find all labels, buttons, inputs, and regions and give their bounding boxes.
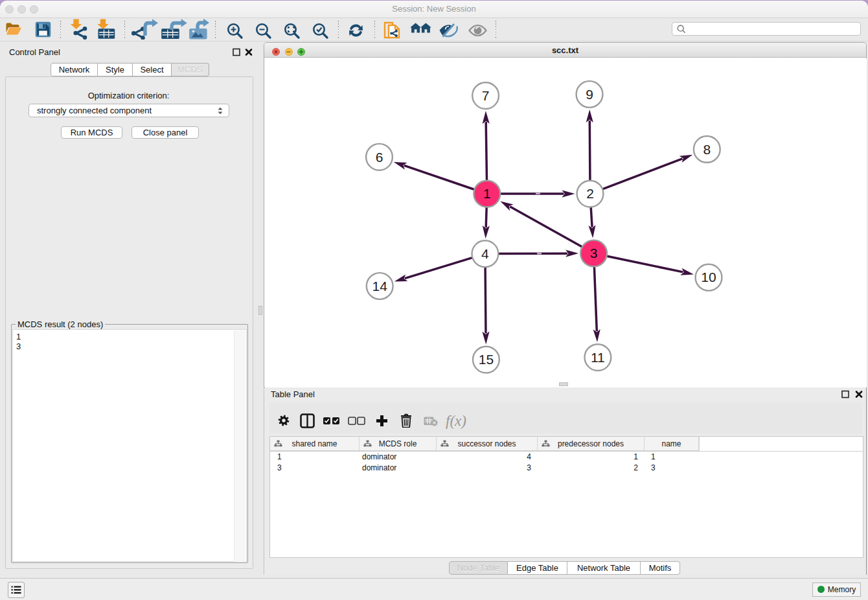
svg-text:4: 4 bbox=[481, 246, 489, 261]
svg-text:3: 3 bbox=[590, 246, 598, 260]
svg-text:7: 7 bbox=[482, 88, 490, 103]
svg-text:11: 11 bbox=[591, 350, 605, 365]
svg-text:14: 14 bbox=[372, 279, 388, 294]
svg-text:15: 15 bbox=[479, 352, 494, 367]
svg-text:1: 1 bbox=[483, 186, 491, 201]
svg-text:8: 8 bbox=[703, 142, 711, 157]
svg-text:6: 6 bbox=[376, 150, 383, 165]
svg-text:9: 9 bbox=[586, 87, 593, 102]
svg-text:2: 2 bbox=[586, 186, 594, 201]
svg-text:10: 10 bbox=[701, 270, 716, 284]
